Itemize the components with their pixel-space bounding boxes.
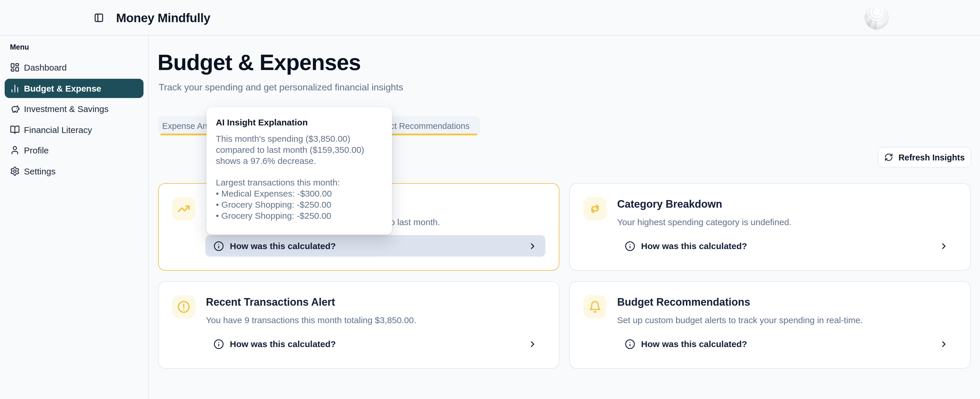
refresh-button-label: Refresh Insights	[898, 153, 964, 162]
open-book-icon	[10, 124, 20, 135]
how-calculated-label: How was this calculated?	[641, 339, 747, 349]
sidebar-item-label: Dashboard	[24, 62, 67, 72]
tooltip-bullet: • Medical Expenses: -$300.00	[216, 188, 383, 199]
tooltip-title: AI Insight Explanation	[216, 117, 383, 127]
card-subtitle: You have 9 transactions this month total…	[206, 315, 416, 325]
info-icon	[213, 241, 224, 251]
tooltip-body: This month's spending ($3,850.00) compar…	[216, 133, 383, 221]
money-mindfully-app: Money Mindfully Menu Dashboard	[0, 0, 980, 399]
how-calculated-button[interactable]: How was this calculated?	[205, 333, 546, 354]
tooltip-bullet: • Grocery Shopping: -$250.00	[216, 199, 383, 210]
icon-tile	[583, 295, 607, 318]
tooltip-paragraph: This month's spending ($3,850.00) compar…	[216, 133, 383, 166]
gear-icon	[10, 166, 20, 176]
refresh-icon	[885, 153, 893, 162]
sidebar-item-label: Settings	[24, 166, 56, 176]
page-title: Budget & Expenses	[158, 49, 361, 76]
icon-tile	[172, 295, 196, 318]
top-header: Money Mindfully	[0, 0, 980, 36]
chevron-right-icon	[939, 241, 948, 251]
user-icon	[10, 145, 20, 155]
bell-icon	[589, 300, 601, 313]
sidebar-item-dashboard[interactable]: Dashboard	[5, 58, 143, 77]
chevron-right-icon	[528, 241, 537, 251]
how-calculated-button[interactable]: How was this calculated?	[617, 235, 957, 257]
card-subtitle: Your highest spending category is undefi…	[617, 217, 792, 227]
screenshot-stage: Money Mindfully Menu Dashboard	[0, 0, 980, 399]
sidebar-item-investment-savings[interactable]: Investment & Savings	[5, 99, 143, 118]
sidebar-item-label: Budget & Expense	[24, 83, 101, 93]
sidebar-item-label: Financial Literacy	[24, 124, 92, 135]
sidebar-toggle-icon[interactable]	[94, 13, 104, 23]
info-icon	[625, 339, 635, 349]
trending-up-icon	[177, 202, 190, 215]
sidebar-nav: Dashboard Budget & Expense Investme	[5, 58, 143, 182]
bar-chart-icon	[10, 83, 20, 93]
chevron-right-icon	[939, 339, 948, 348]
sidebar: Menu Dashboard Budget & Expense	[0, 36, 149, 399]
budget-recommendations-card: Budget Recommendations Set up custom bud…	[570, 281, 970, 369]
info-icon	[213, 339, 224, 349]
how-calculated-label: How was this calculated?	[641, 241, 747, 251]
how-calculated-label: How was this calculated?	[230, 241, 336, 251]
chevron-right-icon	[528, 339, 537, 348]
card-title: Budget Recommendations	[617, 296, 750, 308]
app-title: Money Mindfully	[116, 0, 210, 36]
sidebar-item-budget-expense[interactable]: Budget & Expense	[5, 78, 143, 98]
dashboard-grid-icon	[10, 62, 20, 72]
sidebar-item-financial-literacy[interactable]: Financial Literacy	[5, 120, 143, 139]
menu-section-label: Menu	[10, 43, 29, 51]
icon-tile	[172, 197, 196, 221]
alert-circle-icon	[177, 300, 190, 313]
repeat-arrows-icon	[589, 202, 601, 215]
user-avatar[interactable]	[864, 5, 889, 30]
how-calculated-button[interactable]: How was this calculated?	[617, 333, 957, 354]
sidebar-item-settings[interactable]: Settings	[5, 161, 143, 181]
page-subtitle: Track your spending and get personalized…	[159, 82, 403, 93]
icon-tile	[583, 197, 607, 221]
ai-insight-tooltip: AI Insight Explanation This month's spen…	[207, 107, 392, 235]
recent-transactions-card: Recent Transactions Alert You have 9 tra…	[158, 281, 559, 369]
how-calculated-button[interactable]: How was this calculated?	[205, 235, 546, 257]
piggy-bank-icon	[10, 104, 20, 114]
category-breakdown-card: Category Breakdown Your highest spending…	[570, 183, 970, 271]
card-subtitle: Set up custom budget alerts to track you…	[617, 315, 863, 325]
card-title: Category Breakdown	[617, 198, 722, 211]
sidebar-item-profile[interactable]: Profile	[5, 141, 143, 160]
card-title: Recent Transactions Alert	[206, 296, 335, 308]
info-icon	[625, 241, 635, 251]
refresh-insights-button[interactable]: Refresh Insights	[878, 147, 971, 167]
tooltip-bullet: • Grocery Shopping: -$250.00	[216, 210, 383, 221]
how-calculated-label: How was this calculated?	[230, 339, 336, 349]
sidebar-item-label: Profile	[24, 145, 49, 155]
sidebar-item-label: Investment & Savings	[24, 104, 108, 114]
tooltip-list-heading: Largest transactions this month:	[216, 177, 383, 188]
